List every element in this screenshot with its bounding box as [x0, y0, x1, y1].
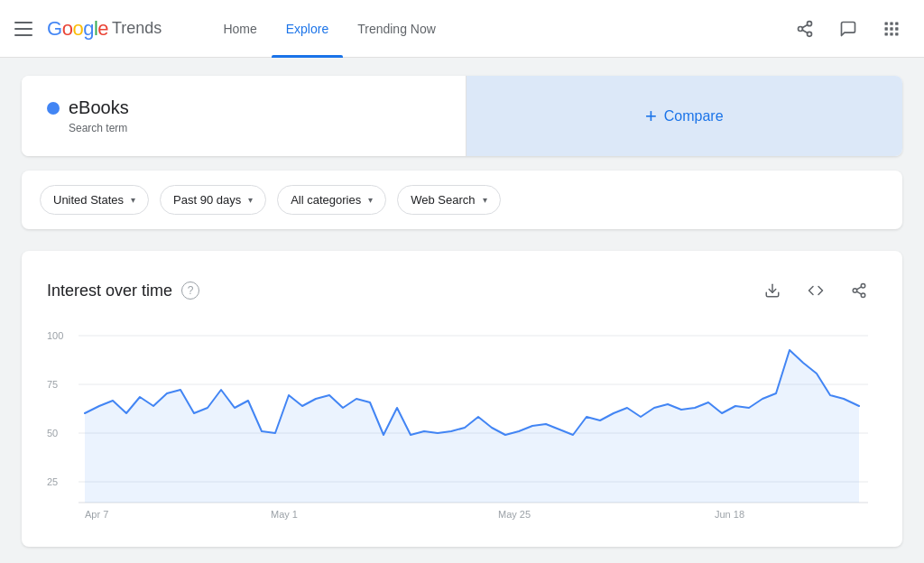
svg-rect-6 — [890, 22, 892, 24]
search-area: eBooks Search term + Compare — [22, 76, 902, 156]
category-filter[interactable]: All categories ▾ — [277, 185, 386, 215]
search-term-type: Search term — [69, 122, 440, 134]
g-red2: e — [97, 17, 108, 40]
logo[interactable]: Google Trends — [47, 17, 162, 41]
svg-rect-13 — [895, 32, 898, 35]
svg-line-4 — [802, 24, 808, 27]
category-chevron-icon: ▾ — [368, 195, 373, 205]
filters-bar: United States ▾ Past 90 days ▾ All categ… — [22, 171, 902, 229]
g-red: o — [62, 17, 73, 40]
svg-rect-12 — [890, 32, 892, 35]
y-label-100: 100 — [47, 330, 63, 341]
app-header: Google Trends Home Explore Trending Now — [0, 0, 924, 58]
search-type-chevron-icon: ▾ — [483, 195, 487, 205]
chart-area-fill — [85, 350, 859, 503]
svg-rect-9 — [890, 27, 892, 30]
y-label-25: 25 — [47, 476, 58, 487]
region-chevron-icon: ▾ — [131, 195, 135, 205]
chart-title-area: Interest over time ? — [47, 282, 199, 300]
time-chevron-icon: ▾ — [248, 195, 253, 205]
x-label-may1: May 1 — [271, 509, 298, 520]
share-chart-button[interactable] — [841, 272, 877, 309]
x-label-apr7: Apr 7 — [85, 509, 108, 520]
help-text: ? — [188, 284, 194, 297]
main-nav: Home Explore Trending Now — [208, 0, 449, 58]
embed-chart-button[interactable] — [798, 272, 834, 309]
search-term-header: eBooks — [47, 97, 440, 118]
search-type-filter[interactable]: Web Search ▾ — [397, 185, 500, 215]
logo-google-text: Google — [47, 17, 108, 41]
svg-rect-10 — [895, 27, 898, 30]
compare-label: Compare — [664, 108, 724, 125]
category-label: All categories — [291, 193, 361, 207]
y-label-75: 75 — [47, 379, 58, 390]
share-button[interactable] — [787, 11, 823, 47]
chart-header: Interest over time ? — [47, 272, 877, 309]
g-blue: G — [47, 17, 62, 40]
logo-trends-text: Trends — [112, 19, 162, 38]
help-icon[interactable]: ? — [181, 282, 199, 300]
chart-title: Interest over time — [47, 282, 172, 300]
g-yellow: o — [72, 17, 83, 40]
nav-explore[interactable]: Explore — [272, 0, 343, 58]
chart-container: 100 75 50 25 Apr 7 May 1 May 25 Jun 18 — [47, 327, 877, 529]
time-range-filter[interactable]: Past 90 days ▾ — [160, 185, 266, 215]
interest-chart: 100 75 50 25 Apr 7 May 1 May 25 Jun 18 — [47, 327, 877, 525]
svg-rect-11 — [885, 32, 888, 35]
compare-plus-icon: + — [645, 105, 657, 128]
svg-line-18 — [856, 291, 861, 294]
chart-card: Interest over time ? — [22, 251, 902, 547]
y-label-50: 50 — [47, 428, 58, 438]
header-right — [787, 11, 910, 47]
download-chart-button[interactable] — [754, 272, 790, 309]
menu-icon[interactable] — [14, 18, 36, 40]
time-range-label: Past 90 days — [173, 193, 241, 207]
svg-line-19 — [856, 287, 861, 290]
search-term-box[interactable]: eBooks Search term — [22, 76, 467, 156]
nav-home[interactable]: Home — [208, 0, 271, 58]
region-filter[interactable]: United States ▾ — [40, 185, 149, 215]
compare-box[interactable]: + Compare — [467, 76, 903, 156]
g-blue2: g — [83, 17, 94, 40]
region-label: United States — [53, 193, 124, 207]
x-label-jun18: Jun 18 — [715, 509, 744, 520]
svg-rect-5 — [885, 22, 888, 24]
apps-button[interactable] — [873, 11, 910, 47]
main-content: eBooks Search term + Compare United Stat… — [0, 58, 924, 563]
search-term-indicator — [47, 102, 60, 115]
svg-rect-7 — [895, 22, 898, 24]
search-term-name: eBooks — [69, 97, 129, 118]
svg-rect-8 — [885, 27, 888, 30]
search-type-label: Web Search — [411, 193, 475, 207]
x-label-may25: May 25 — [498, 509, 531, 520]
feedback-button[interactable] — [830, 11, 866, 47]
chart-actions — [754, 272, 877, 309]
svg-line-3 — [802, 30, 808, 32]
header-left: Google Trends Home Explore Trending Now — [14, 0, 450, 58]
nav-trending-now[interactable]: Trending Now — [343, 0, 450, 58]
